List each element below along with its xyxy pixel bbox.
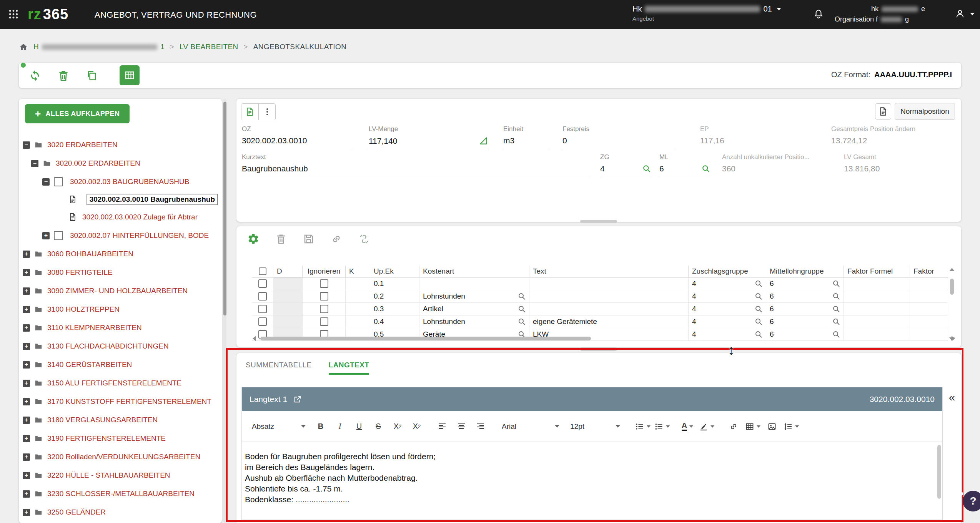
kurztext-field[interactable]: Kurztext Baugrubenaushub — [242, 154, 590, 178]
kostenart-search-icon[interactable] — [518, 318, 526, 325]
scrollbar-thumb[interactable] — [223, 102, 226, 315]
column-header-zuschlagsgruppe[interactable]: Zuschlagsgruppe — [689, 266, 766, 277]
app-launcher-icon[interactable] — [8, 9, 18, 19]
tree-item[interactable]: 3170 KUNSTSTOFF FERTIGFENSTERELEMENT — [19, 392, 222, 411]
table-delete-button[interactable] — [275, 232, 288, 246]
column-header-faktor[interactable]: Faktor — [910, 266, 948, 277]
position-document-button[interactable] — [241, 104, 258, 120]
tree-item[interactable]: 3250 GELÄNDER — [19, 503, 222, 521]
tree-expander-icon[interactable] — [23, 287, 30, 295]
cell-mittellohngruppe[interactable]: 6 — [770, 305, 774, 313]
cell-zuschlagsgruppe[interactable]: 4 — [692, 305, 696, 313]
horizontal-splitter[interactable] — [580, 220, 617, 223]
tree-expander-icon[interactable] — [23, 141, 30, 149]
zg-field[interactable]: ZG 4 — [600, 154, 651, 178]
table-settings-button[interactable] — [247, 232, 260, 246]
project-selector[interactable]: Hk 01 Angebot — [632, 5, 802, 22]
table-row[interactable]: 0.4 Lohnstunden eigene Gerätemiete 4 6 — [252, 315, 948, 328]
scrollbar-thumb[interactable] — [937, 445, 941, 499]
superscript-button[interactable]: X2 — [409, 418, 425, 435]
search-icon[interactable] — [702, 164, 710, 173]
numbered-list-button[interactable] — [654, 418, 670, 435]
festpreis-field[interactable]: Festpreis 0 — [562, 126, 675, 150]
table-unlink-button[interactable] — [358, 232, 371, 246]
scrollbar-thumb[interactable] — [950, 279, 954, 295]
mittellohngruppe-search-icon[interactable] — [832, 280, 840, 287]
user-menu[interactable] — [955, 8, 975, 19]
row-checkbox[interactable] — [258, 317, 267, 326]
ignorieren-checkbox[interactable] — [320, 317, 328, 326]
oz-field[interactable]: OZ 3020.002.03.0010 — [242, 126, 353, 150]
organisation-info[interactable]: hke Organisation fg — [835, 5, 950, 23]
collapse-panel-button[interactable]: « — [945, 390, 959, 405]
align-center-button[interactable] — [453, 418, 469, 435]
cell-kostenart[interactable]: Lohnstunden — [423, 292, 465, 301]
zuschlagsgruppe-search-icon[interactable] — [755, 280, 762, 287]
column-header-text[interactable]: Text — [529, 266, 689, 277]
table-horizontal-scrollbar[interactable] — [252, 335, 956, 342]
editor-scrollbar[interactable] — [937, 445, 941, 517]
scroll-right-arrow[interactable] — [952, 336, 955, 341]
tree-item[interactable]: 3020.002.07 HINTERFÜLLUNGEN, BODE — [19, 226, 222, 245]
cell-upek[interactable]: 0.2 — [370, 290, 419, 303]
tree-expander-icon[interactable] — [23, 306, 30, 313]
tree-expander-icon[interactable] — [31, 160, 38, 167]
tree-item[interactable]: 3180 VERGLASUNGSARBEITEN — [19, 411, 222, 429]
tree-expander-icon[interactable] — [23, 453, 30, 461]
tree-item[interactable]: 3020.002.03 BAUGRUBENAUSHUB — [19, 173, 222, 191]
tree-item[interactable]: 3020.002.03.0010 Baugrubenaushub — [19, 191, 222, 208]
more-options-button[interactable] — [258, 104, 275, 120]
mittellohngruppe-search-icon[interactable] — [832, 305, 840, 313]
delete-button[interactable] — [56, 68, 71, 83]
insert-link-button[interactable] — [725, 418, 742, 435]
table-vertical-scrollbar[interactable] — [948, 266, 956, 342]
langtext-content[interactable]: Boden für Baugruben profilgerecht lösen … — [242, 442, 942, 520]
cell-mittellohngruppe[interactable]: 6 — [770, 292, 774, 301]
tree-expander-icon[interactable] — [23, 398, 30, 405]
tree-item[interactable]: 3230 SCHLOSSER-/METALLBAUARBEITEN — [19, 485, 222, 503]
tree-expander-icon[interactable] — [42, 232, 50, 239]
cell-kostenart[interactable]: Artikel — [423, 305, 443, 313]
cell-zuschlagsgruppe[interactable]: 4 — [692, 317, 696, 326]
ignorieren-checkbox[interactable] — [320, 279, 328, 288]
bold-button[interactable]: B — [313, 418, 329, 435]
cell-text[interactable] — [529, 277, 689, 290]
table-link-button[interactable] — [330, 232, 343, 246]
column-header-ignorieren[interactable]: Ignorieren — [303, 266, 346, 277]
breadcrumb-lv-bearbeiten-link[interactable]: LV BEARBEITEN — [180, 43, 238, 51]
cell-text[interactable] — [529, 290, 689, 303]
column-header-mittellohngruppe[interactable]: Mittellohngruppe — [766, 266, 844, 277]
column-header-upek[interactable]: Up.Ek — [370, 266, 419, 277]
mittellohngruppe-search-icon[interactable] — [832, 318, 840, 325]
table-row[interactable]: 0.2 Lohnstunden 4 6 — [252, 290, 948, 303]
refresh-button[interactable] — [27, 68, 43, 83]
zuschlagsgruppe-search-icon[interactable] — [755, 318, 762, 325]
zuschlagsgruppe-search-icon[interactable] — [755, 292, 762, 300]
measure-icon[interactable] — [479, 136, 489, 146]
tree-expander-icon[interactable] — [42, 178, 50, 186]
kostenart-search-icon[interactable] — [518, 305, 526, 313]
subscript-button[interactable]: X2 — [389, 418, 406, 435]
einheit-field[interactable]: Einheit m3 — [503, 126, 550, 150]
ignorieren-checkbox[interactable] — [320, 292, 328, 301]
strikethrough-button[interactable]: S — [370, 418, 386, 435]
highlight-color-button[interactable] — [699, 418, 715, 435]
cell-mittellohngruppe[interactable]: 6 — [770, 317, 774, 326]
tree-item[interactable]: 3220 HÜLLE - STAHLBAUARBEITEN — [19, 466, 222, 485]
tree-expander-icon[interactable] — [23, 324, 30, 332]
text-color-button[interactable]: A — [679, 418, 695, 435]
cell-kostenart[interactable]: Lohnstunden — [423, 317, 465, 326]
italic-button[interactable]: I — [332, 418, 348, 435]
row-checkbox[interactable] — [258, 292, 267, 301]
tree-checkbox[interactable] — [54, 231, 63, 240]
tree-expander-icon[interactable] — [23, 361, 30, 369]
font-size-select[interactable]: 12pt — [566, 418, 624, 435]
insert-table-button[interactable] — [745, 418, 761, 435]
kostenart-search-icon[interactable] — [518, 292, 526, 300]
search-icon[interactable] — [642, 164, 651, 173]
bullet-list-button[interactable] — [635, 418, 651, 435]
cell-zuschlagsgruppe[interactable]: 4 — [692, 292, 696, 301]
tree-expander-icon[interactable] — [23, 417, 30, 424]
scrollbar-thumb[interactable] — [260, 337, 591, 340]
expand-all-button[interactable]: +ALLES AUFKLAPPEN — [25, 104, 130, 123]
